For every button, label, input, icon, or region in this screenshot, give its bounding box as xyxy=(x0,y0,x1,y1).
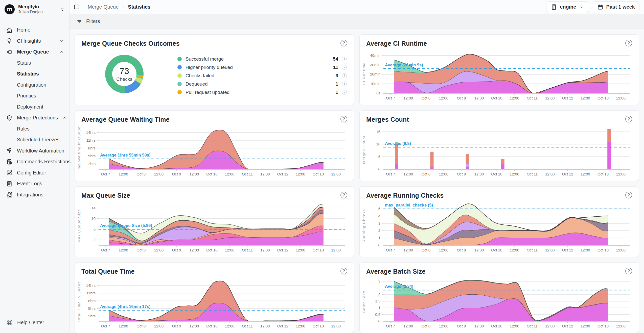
checks-outcomes-donut[interactable]: 73Checks xyxy=(105,55,144,93)
svg-text:Oct 10: Oct 10 xyxy=(491,248,502,252)
sidebar-item-workflow-automation[interactable]: Workflow Automation xyxy=(0,145,69,157)
svg-text:12:00: 12:00 xyxy=(616,172,626,176)
svg-text:0: 0 xyxy=(378,167,380,171)
help-icon[interactable]: ? xyxy=(340,192,347,198)
svg-text:3: 3 xyxy=(378,279,380,283)
svg-text:Oct 9: Oct 9 xyxy=(172,172,181,176)
svg-text:Oct 13: Oct 13 xyxy=(313,248,324,252)
svg-text:Oct 13: Oct 13 xyxy=(313,324,324,328)
sidebar-item-priorities[interactable]: Priorities xyxy=(0,90,69,101)
y-axis-title: Time Waiting in Queue xyxy=(77,126,81,173)
sidebar-item-statistics[interactable]: Statistics xyxy=(0,68,69,80)
sidebar-item-label: Scheduled Freezes xyxy=(17,137,59,143)
svg-text:Oct 10: Oct 10 xyxy=(206,324,217,328)
svg-text:Oct 8: Oct 8 xyxy=(421,172,430,176)
help-icon[interactable]: ? xyxy=(625,192,632,198)
legend-row-successful-merge: Successful merge54i xyxy=(177,55,347,63)
donut-center: 73Checks xyxy=(112,62,136,86)
y-axis-title: Max Queue Size xyxy=(77,209,81,242)
legend-label: Dequeued xyxy=(186,81,332,87)
help-center-button[interactable]: Help Center xyxy=(0,313,69,333)
chart-max-queue-size[interactable]: 261014Oct 712:00Oct 812:00Oct 912:00Oct … xyxy=(81,201,348,253)
sidebar-item-merge-queue[interactable]: Merge Queue xyxy=(0,46,69,58)
breadcrumb-merge-queue[interactable]: Merge Queue xyxy=(88,4,119,10)
info-icon[interactable]: i xyxy=(342,82,347,86)
chart-batch-size[interactable]: 00.511.523Oct 712:00Oct 812:00Oct 912:00… xyxy=(366,277,633,329)
sidebar-item-integrations[interactable]: Integrations xyxy=(0,189,69,200)
info-icon[interactable]: i xyxy=(342,73,347,78)
sidebar-toggle-icon[interactable] xyxy=(74,4,80,10)
help-icon[interactable]: ? xyxy=(625,116,632,122)
svg-text:Oct 13: Oct 13 xyxy=(313,172,324,176)
filters-bar[interactable]: Filters xyxy=(70,14,644,29)
svg-text:Oct 10: Oct 10 xyxy=(491,324,502,328)
svg-text:0.5: 0.5 xyxy=(375,312,380,317)
legend-value: 3 xyxy=(335,73,338,79)
chart-merges-count[interactable]: 051015Oct 712:00Oct 812:00Oct 912:00Oct … xyxy=(366,125,633,177)
date-range-label: Past 1 week xyxy=(606,4,635,10)
sidebar-item-scheduled-freezes[interactable]: Scheduled Freezes xyxy=(0,134,69,145)
svg-text:10: 10 xyxy=(91,216,96,221)
help-icon[interactable]: ? xyxy=(340,268,347,274)
org-avatar: m xyxy=(5,4,15,14)
sidebar-item-label: Configuration xyxy=(17,82,46,88)
info-icon[interactable]: i xyxy=(342,65,347,70)
svg-text:12:00: 12:00 xyxy=(296,248,305,252)
svg-text:12:00: 12:00 xyxy=(439,96,448,100)
info-icon[interactable]: i xyxy=(342,57,347,61)
sidebar-item-event-logs[interactable]: Event Logs xyxy=(0,178,69,189)
svg-text:12:00: 12:00 xyxy=(296,324,305,328)
chart-total-queue-time[interactable]: 2hrs5hrs8hrs11hrs14hrsOct 712:00Oct 812:… xyxy=(81,277,348,329)
sidebar-item-home[interactable]: Home xyxy=(0,24,69,36)
svg-text:12:00: 12:00 xyxy=(225,248,235,252)
info-icon[interactable]: i xyxy=(342,90,347,95)
chart-queue-waiting[interactable]: 2hrs5hrs8hrs11hrs14hrsOct 712:00Oct 812:… xyxy=(81,125,348,177)
svg-text:Oct 9: Oct 9 xyxy=(457,324,466,328)
svg-text:12:00: 12:00 xyxy=(510,248,519,252)
svg-text:12:00: 12:00 xyxy=(154,248,164,252)
sidebar-item-label: CI Insights xyxy=(17,38,41,44)
svg-text:Oct 9: Oct 9 xyxy=(457,248,466,252)
chevron-right-icon xyxy=(121,5,125,9)
sidebar-item-configuration[interactable]: Configuration xyxy=(0,80,69,91)
svg-text:Oct 10: Oct 10 xyxy=(206,172,217,176)
sidebar-item-deployment[interactable]: Deployment xyxy=(0,101,69,113)
y-axis-title: CI Runtime xyxy=(362,62,366,85)
help-icon[interactable]: ? xyxy=(340,116,347,122)
svg-text:12:00: 12:00 xyxy=(190,324,199,328)
chart-area: Batch Size00.511.523Oct 712:00Oct 812:00… xyxy=(366,277,632,329)
chart-ci-runtime[interactable]: 0s10min20min30min40minOct 712:00Oct 812:… xyxy=(366,49,633,101)
sidebar-item-label: Home xyxy=(17,27,30,33)
sidebar: m Mergifyio Julien Danjou HomeCI Insight… xyxy=(0,0,70,333)
chevron-down-icon xyxy=(59,38,64,43)
svg-text:6: 6 xyxy=(94,227,96,231)
sidebar-item-status[interactable]: Status xyxy=(0,58,69,69)
repository-select-value: engine xyxy=(560,4,576,10)
svg-text:Oct 9: Oct 9 xyxy=(172,324,181,328)
repository-select[interactable]: engine xyxy=(546,1,589,13)
help-icon[interactable]: ? xyxy=(340,40,347,46)
legend-label: Successful merge xyxy=(186,56,329,62)
chart-running-checks[interactable]: 012345Oct 712:00Oct 812:00Oct 912:00Oct … xyxy=(366,201,633,253)
svg-text:12:00: 12:00 xyxy=(296,172,305,176)
sidebar-item-ci-insights[interactable]: CI Insights xyxy=(0,36,69,47)
sidebar-item-commands-restrictions[interactable]: Commands Restrictions xyxy=(0,156,69,167)
svg-text:12:00: 12:00 xyxy=(403,248,413,252)
help-icon[interactable]: ? xyxy=(625,268,632,274)
help-icon[interactable]: ? xyxy=(625,40,632,46)
legend-label: Checks failed xyxy=(186,73,332,79)
svg-text:12:00: 12:00 xyxy=(225,172,235,176)
org-switcher[interactable]: m Mergifyio Julien Danjou xyxy=(0,0,69,18)
sidebar-item-rules[interactable]: Rules xyxy=(0,123,69,135)
org-user: Julien Danjou xyxy=(18,10,43,15)
svg-text:Oct 11: Oct 11 xyxy=(242,324,253,328)
svg-text:12:00: 12:00 xyxy=(545,248,555,252)
panel-title: Merge Queue Checks Outcomes xyxy=(81,40,180,47)
legend-row-higher-priority-queued: Higher priority queued11i xyxy=(177,63,347,71)
sidebar-item-config-editor[interactable]: Config Editor xyxy=(0,167,69,178)
svg-text:Oct 12: Oct 12 xyxy=(562,324,573,328)
date-range-button[interactable]: Past 1 week xyxy=(593,1,639,13)
svg-text:Average (3hrs 55min 59s): Average (3hrs 55min 59s) xyxy=(100,153,150,157)
legend-row-dequeued: Dequeued1i xyxy=(177,80,347,88)
sidebar-item-merge-protections[interactable]: Merge Protections xyxy=(0,112,69,123)
